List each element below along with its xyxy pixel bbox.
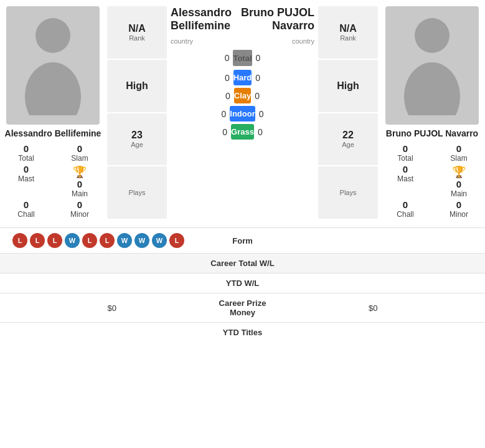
player1-stats: 0 Total 0 Slam 0 Mast 🏆 0 Main 0 [0,143,106,219]
player1-high-box: High [107,60,167,112]
grass-row: 0 Grass 0 [210,124,275,140]
player1-avatar [6,6,100,125]
form-badge-w: W [134,233,149,248]
player2-high-box: High [318,60,378,112]
main-container: Alessandro Bellifemine 0 Total 0 Slam 0 … [0,0,485,342]
career-prize-row: $0 Career Prize Money $0 [0,293,485,322]
player1-slam: 0 Slam [56,143,103,163]
player2-slam: 0 Slam [435,143,483,163]
ytd-wl-row: YTD W/L [0,273,485,293]
player1-mid-stats: N/A Rank High 23 Age Plays [106,6,168,219]
center-section: AlessandroBellifemine Bruno PUJOLNavarro… [168,6,317,219]
player1-country: country [171,37,193,45]
form-data-row: LLLWLLWWWL Form [0,227,485,253]
svg-point-0 [35,18,70,53]
player2-card: Bruno PUJOL Navarro 0 Total 0 Slam 0 Mas… [379,6,485,219]
player1-age-box: 23 Age [107,113,167,166]
player1-total: 0 Total [2,143,50,163]
trophy-icon-player2: 🏆 [452,165,466,179]
player1-rank-box: N/A Rank [107,6,167,59]
player2-avatar [385,6,479,125]
total-row: 0 Total 0 [212,50,273,66]
player1-form-badges: LLLWLLWWWL [12,233,212,248]
player2-mast: 0 Mast [382,164,429,198]
player2-total: 0 Total [382,143,429,163]
top-section: Alessandro Bellifemine 0 Total 0 Slam 0 … [0,0,485,225]
clay-row: 0 Clay 0 [213,88,272,103]
player1-prize: $0 [12,303,212,313]
player1-plays-box: Plays [107,166,167,219]
player2-rank-box: N/A Rank [318,6,378,59]
player2-age-box: 22 Age [318,113,378,166]
indoor-row: 0 Indoor 0 [209,106,276,122]
player2-plays-box: Plays [318,166,378,219]
player1-name: Alessandro Bellifemine [5,128,101,138]
player2-country: country [292,37,314,45]
player1-mast: 0 Mast [2,164,50,198]
form-badge-l: L [12,233,27,248]
bottom-section: LLLWLLWWWL Form Career Total W/L YTD W/L… [0,227,485,342]
player2-name: Bruno PUJOL Navarro [386,128,478,138]
form-badge-l: L [82,233,97,248]
player2-name-top: Bruno PUJOLNavarro [241,6,314,32]
career-prize-label: Career Prize Money [212,298,274,317]
career-total-wl-row: Career Total W/L [0,253,485,273]
player1-chall: 0 Chall [2,199,50,219]
player2-prize: $0 [274,303,473,313]
trophy-icon-player1: 🏆 [73,165,87,179]
form-badge-w: W [65,233,80,248]
svg-point-3 [404,62,460,115]
player-names-row: AlessandroBellifemine Bruno PUJOLNavarro [171,6,314,32]
player2-mid-stats: N/A Rank High 22 Age Plays [317,6,379,219]
form-badge-l: L [30,233,45,248]
form-badge-w: W [152,233,167,248]
form-badge-w: W [117,233,132,248]
player1-card: Alessandro Bellifemine 0 Total 0 Slam 0 … [0,6,106,219]
form-label: Form [212,236,274,245]
player1-minor: 0 Minor [56,199,103,219]
form-badge-l: L [169,233,184,248]
player2-chall: 0 Chall [382,199,429,219]
hard-row: 0 Hard 0 [212,70,273,85]
ytd-titles-row: YTD Titles [0,322,485,342]
player2-minor: 0 Minor [435,199,483,219]
form-badge-l: L [100,233,115,248]
player1-main: 🏆 0 Main [56,164,103,198]
player2-stats: 0 Total 0 Slam 0 Mast 🏆 0 Main 0 [379,143,485,219]
form-badge-l: L [47,233,62,248]
player1-name-top: AlessandroBellifemine [171,6,232,32]
svg-point-2 [415,18,450,53]
player2-main: 🏆 0 Main [435,164,483,198]
svg-point-1 [25,62,81,115]
